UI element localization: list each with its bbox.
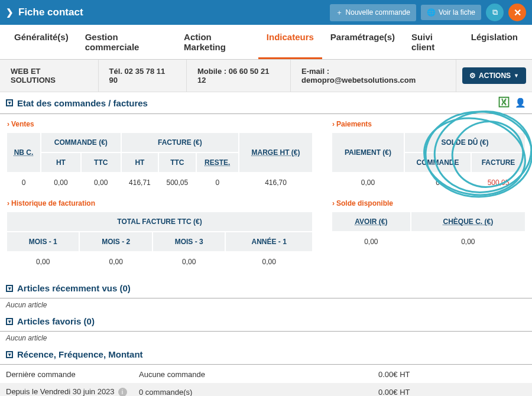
close-icon: ✕ [514, 7, 521, 18]
col-total: TOTAL FACTURE TTC (€) [7, 212, 313, 232]
solde-table: AVOIR (€) CHÈQUE C. (€) 0,00 0,00 [331, 211, 526, 252]
paiements-panel: ›Paiements PAIEMENT (€) SOLDE DÛ (€) COM… [331, 116, 526, 193]
recent-empty: Aucun article [0, 298, 532, 311]
cell-nbc: 0 [7, 173, 41, 193]
section-fav-title: ▾ Articles favoris (0) [0, 311, 532, 332]
cell-s-cmd: 0 [404, 173, 471, 193]
tab-legis[interactable]: Législation [463, 25, 526, 59]
cell-a1: 0,00 [225, 252, 313, 272]
phone: Tél. 02 35 78 11 90 [99, 60, 187, 92]
cell-m3: 0,00 [153, 252, 225, 272]
tab-general[interactable]: Généralité(s) [6, 25, 77, 59]
cell-pai: 0,00 [332, 173, 404, 193]
section-recent-title: ▾ Articles récemment vus (0) [0, 278, 532, 298]
new-order-label: Nouvelle commande [346, 8, 410, 17]
rfm-table: Dernière commande Aucune commande 0.00€ … [0, 366, 532, 396]
table-row: 0 0,00 0,00 416,71 500,05 0 416,70 [7, 173, 313, 193]
col-m1: MOIS - 1 [7, 232, 79, 252]
col-s-facture: FACTURE [471, 152, 525, 173]
user-icon[interactable]: 👤 [515, 98, 526, 108]
rfm-r2-mid: 0 commande(s) [133, 383, 372, 396]
col-facture: FACTURE (€) [121, 132, 239, 152]
tab-indicateurs[interactable]: Indicateurs [258, 25, 322, 59]
actions-label: ACTIONS [479, 72, 511, 80]
col-commande: COMMANDE (€) [41, 132, 121, 152]
copy-icon: ⧉ [492, 8, 498, 17]
col-f-ttc: TTC [158, 152, 196, 173]
tab-suivi[interactable]: Suivi client [403, 25, 463, 59]
collapse-icon[interactable]: ▾ [6, 285, 13, 292]
gear-icon: ⚙ [469, 72, 476, 80]
tab-gestion[interactable]: Gestion commerciale [77, 25, 176, 59]
actions-button[interactable]: ⚙ ACTIONS ▼ [462, 67, 526, 84]
ventes-panel: ›Ventes NB C. COMMANDE (€) FACTURE (€) M… [6, 116, 313, 193]
ventes-title: ›Ventes [6, 116, 313, 132]
caret-down-icon: ▼ [514, 73, 519, 79]
info-icon[interactable]: i [118, 388, 127, 396]
rfm-r2-right: 0.00€ HT [372, 383, 532, 396]
tab-param[interactable]: Paramétrage(s) [322, 25, 403, 59]
cell-avoir: 0,00 [332, 232, 411, 252]
rfm-r2-label: Depuis le Vendredi 30 juin 2023i [0, 383, 133, 396]
cell-s-fact: 500,05 [471, 173, 525, 193]
col-m3: MOIS - 3 [153, 232, 225, 252]
col-reste: RESTE. [196, 152, 239, 173]
section-orders-label: Etat des commandes / factures [17, 98, 148, 108]
cell-reste: 0 [196, 173, 239, 193]
table-row: 0,00 0,00 [332, 232, 525, 252]
copy-button[interactable]: ⧉ [486, 4, 504, 21]
table-row: Dernière commande Aucune commande 0.00€ … [0, 366, 532, 383]
col-avoir: AVOIR (€) [332, 212, 411, 232]
cell-f-ht: 416,71 [121, 173, 158, 193]
section-orders-title: ▾ Etat des commandes / factures 🅇 👤 [0, 92, 532, 114]
chevron-right-icon: ❯ [6, 7, 14, 18]
new-order-button[interactable]: ＋ Nouvelle commande [330, 4, 416, 21]
collapse-icon[interactable]: ▾ [6, 318, 13, 325]
historique-table: TOTAL FACTURE TTC (€) MOIS - 1 MOIS - 2 … [6, 211, 313, 272]
rfm-r1-right: 0.00€ HT [372, 366, 532, 383]
historique-panel: ›Historique de facturation TOTAL FACTURE… [6, 196, 313, 272]
cell-c-ttc: 0,00 [81, 173, 121, 193]
table-row: 0,00 0,00 0,00 0,00 [7, 252, 313, 272]
view-record-button[interactable]: 🌐 Voir la fiche [421, 5, 481, 20]
rfm-r1-label: Dernière commande [0, 366, 133, 383]
title-text: Fiche contact [18, 7, 83, 18]
cell-marge: 416,70 [239, 173, 313, 193]
section-rfm-title: ▾ Récence, Fréquence, Montant [0, 345, 532, 365]
contact-info-bar: WEB ET SOLUTIONS Tél. 02 35 78 11 90 Mob… [0, 60, 532, 92]
col-solde: SOLDE DÛ (€) [404, 132, 525, 152]
tab-marketing[interactable]: Action Marketing [176, 25, 258, 59]
solde-panel: ›Solde disponible AVOIR (€) CHÈQUE C. (€… [331, 196, 526, 272]
paiements-title: ›Paiements [331, 116, 526, 132]
view-record-label: Voir la fiche [439, 8, 475, 17]
rfm-r1-mid: Aucune commande [133, 366, 372, 383]
historique-title: ›Historique de facturation [6, 196, 313, 211]
table-row: 0,00 0 500,05 [332, 173, 525, 193]
table-row: Depuis le Vendredi 30 juin 2023i 0 comma… [0, 383, 532, 396]
recent-label: Articles récemment vus (0) [17, 283, 131, 293]
globe-icon: 🌐 [427, 8, 436, 17]
collapse-icon[interactable]: ▾ [6, 99, 13, 106]
email: E-mail : demopro@webetsolutions.com [291, 60, 456, 92]
cell-f-ttc: 500,05 [158, 173, 196, 193]
cell-m1: 0,00 [7, 252, 79, 272]
col-nbc: NB C. [7, 132, 41, 173]
col-m2: MOIS - 2 [79, 232, 152, 252]
company-name: WEB ET SOLUTIONS [0, 60, 99, 92]
cell-c-ht: 0,00 [41, 173, 81, 193]
col-c-ttc: TTC [81, 152, 121, 173]
col-c-ht: HT [41, 152, 81, 173]
fav-empty: Aucun article [0, 332, 532, 345]
ventes-table: NB C. COMMANDE (€) FACTURE (€) MARGE HT … [6, 132, 313, 193]
paiements-table: PAIEMENT (€) SOLDE DÛ (€) COMMANDE FACTU… [331, 132, 526, 193]
plus-icon: ＋ [336, 8, 343, 18]
close-button[interactable]: ✕ [508, 4, 526, 21]
excel-export-icon[interactable]: 🅇 [499, 97, 509, 109]
col-a1: ANNÉE - 1 [225, 232, 313, 252]
col-marge: MARGE HT (€) [239, 132, 313, 173]
cell-cheque: 0,00 [411, 232, 525, 252]
fav-label: Articles favoris (0) [17, 316, 95, 326]
mobile: Mobile : 06 60 50 21 12 [187, 60, 291, 92]
header-bar: ❯ Fiche contact ＋ Nouvelle commande 🌐 Vo… [0, 0, 532, 25]
collapse-icon[interactable]: ▾ [6, 351, 13, 358]
